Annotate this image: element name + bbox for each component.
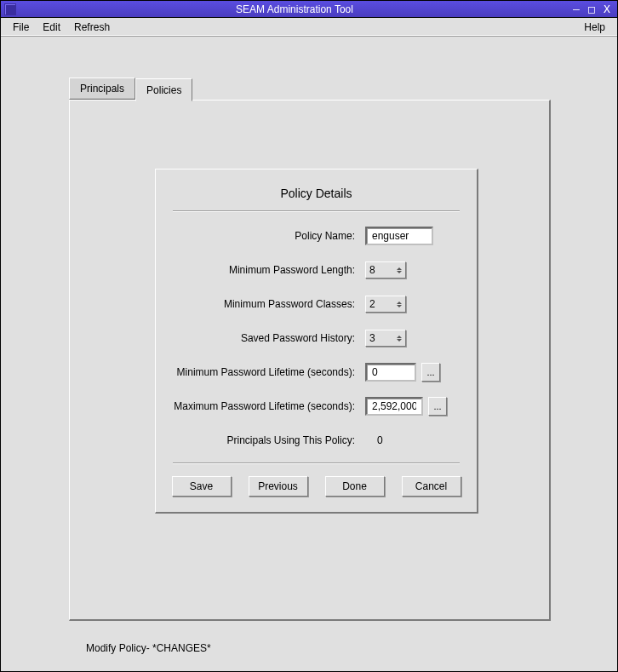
saved-pw-history-spinner[interactable]: 3 bbox=[365, 330, 406, 347]
min-pw-lifetime-label: Minimum Password Lifetime (seconds): bbox=[169, 366, 365, 378]
menu-file[interactable]: File bbox=[6, 20, 36, 35]
tabstrip: Principals Policies bbox=[69, 78, 192, 101]
min-pw-classes-label: Minimum Password Classes: bbox=[169, 298, 365, 310]
done-button[interactable]: Done bbox=[325, 476, 385, 497]
system-menu-icon[interactable] bbox=[4, 3, 16, 15]
cancel-button[interactable]: Cancel bbox=[402, 476, 461, 497]
close-button[interactable]: X bbox=[600, 3, 614, 16]
min-pw-lifetime-input[interactable] bbox=[365, 363, 416, 382]
save-button[interactable]: Save bbox=[172, 476, 232, 497]
min-pw-length-label: Minimum Password Length: bbox=[169, 264, 365, 276]
spinner-arrows-icon bbox=[397, 302, 402, 307]
window-buttons: — □ X bbox=[569, 3, 617, 16]
row-principals-using: Principals Using This Policy: 0 bbox=[169, 428, 463, 452]
min-pw-length-spinner[interactable]: 8 bbox=[365, 261, 406, 279]
max-pw-lifetime-input[interactable] bbox=[365, 397, 423, 416]
policy-name-input[interactable] bbox=[365, 227, 433, 245]
titlebar: SEAM Administration Tool — □ X bbox=[1, 1, 617, 18]
min-pw-classes-spinner[interactable]: 2 bbox=[365, 296, 406, 313]
menubar: File Edit Refresh Help bbox=[1, 18, 617, 37]
client-area: Principals Policies Policy Details Polic… bbox=[1, 37, 617, 671]
button-row: Save Previous Done Cancel bbox=[169, 476, 463, 497]
policy-details-heading: Policy Details bbox=[169, 187, 463, 200]
menu-help[interactable]: Help bbox=[577, 20, 612, 35]
principals-using-label: Principals Using This Policy: bbox=[169, 434, 365, 446]
application-window: SEAM Administration Tool — □ X File Edit… bbox=[0, 0, 618, 672]
window-title: SEAM Administration Tool bbox=[20, 3, 569, 15]
maximize-button[interactable]: □ bbox=[585, 3, 598, 16]
row-policy-name: Policy Name: bbox=[169, 224, 463, 248]
tab-policies-label: Policies bbox=[146, 84, 181, 96]
policy-name-label: Policy Name: bbox=[169, 230, 365, 242]
saved-pw-history-label: Saved Password History: bbox=[169, 332, 365, 344]
previous-button[interactable]: Previous bbox=[249, 476, 308, 497]
minimize-button[interactable]: — bbox=[569, 3, 583, 16]
spinner-arrows-icon bbox=[397, 336, 402, 342]
min-pw-lifetime-browse-button[interactable]: ... bbox=[421, 363, 440, 382]
row-min-pw-lifetime: Minimum Password Lifetime (seconds): ... bbox=[169, 360, 463, 384]
row-saved-pw-history: Saved Password History: 3 bbox=[169, 326, 463, 350]
status-text: Modify Policy- *CHANGES* bbox=[86, 642, 211, 654]
row-min-pw-classes: Minimum Password Classes: 2 bbox=[169, 292, 463, 316]
row-max-pw-lifetime: Maximum Password Lifetime (seconds): ... bbox=[169, 394, 463, 418]
policy-details-panel: Policy Details Policy Name: Minimum Pass… bbox=[155, 169, 478, 514]
principals-using-value: 0 bbox=[365, 434, 383, 446]
min-pw-length-value: 8 bbox=[369, 264, 375, 276]
tab-principals[interactable]: Principals bbox=[69, 78, 135, 100]
row-min-pw-length: Minimum Password Length: 8 bbox=[169, 258, 463, 282]
tab-principals-label: Principals bbox=[80, 83, 124, 95]
max-pw-lifetime-label: Maximum Password Lifetime (seconds): bbox=[169, 400, 365, 412]
tab-panel-policies: Policy Details Policy Name: Minimum Pass… bbox=[69, 100, 551, 621]
separator bbox=[173, 462, 460, 464]
menu-refresh[interactable]: Refresh bbox=[67, 20, 117, 35]
tab-policies[interactable]: Policies bbox=[135, 78, 192, 101]
menu-edit[interactable]: Edit bbox=[36, 20, 67, 35]
separator bbox=[173, 210, 460, 212]
min-pw-classes-value: 2 bbox=[369, 298, 375, 310]
spinner-arrows-icon bbox=[397, 267, 402, 273]
saved-pw-history-value: 3 bbox=[369, 332, 375, 344]
max-pw-lifetime-browse-button[interactable]: ... bbox=[428, 397, 447, 416]
